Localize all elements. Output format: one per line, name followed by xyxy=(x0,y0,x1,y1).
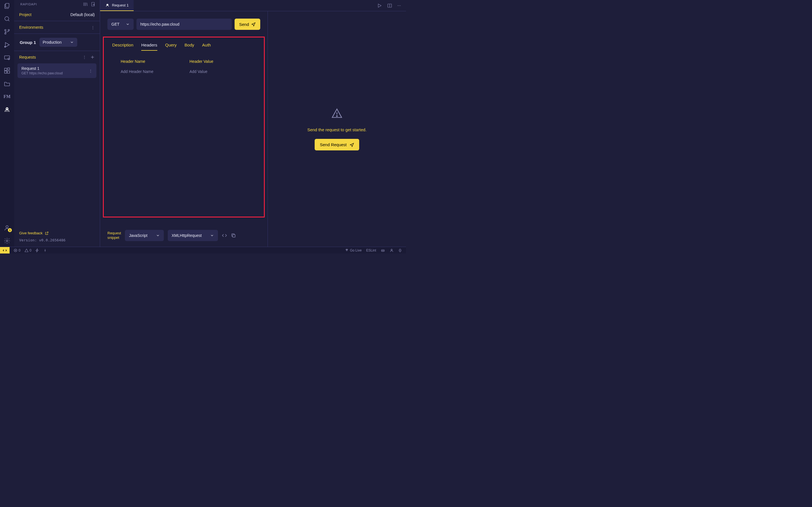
svg-point-15 xyxy=(6,108,7,109)
split-icon[interactable] xyxy=(387,3,392,8)
sidebar-title: RAPIDAPI xyxy=(20,3,37,6)
svg-point-38 xyxy=(383,250,384,251)
play-icon[interactable] xyxy=(377,3,382,8)
svg-point-7 xyxy=(4,46,6,47)
import-icon[interactable] xyxy=(91,2,96,7)
snippet-lib-select[interactable]: XMLHttpRequest xyxy=(168,230,218,241)
snippet-row: Request snippet JavaScript XMLHttpReques… xyxy=(100,224,267,247)
eslint-label[interactable]: ESLint xyxy=(366,248,376,252)
svg-rect-11 xyxy=(4,71,7,73)
code-icon[interactable] xyxy=(222,233,227,238)
remote-icon[interactable] xyxy=(3,54,11,61)
headers-table: Header Name Header Value Add Header Name… xyxy=(104,51,264,88)
tab-body[interactable]: Body xyxy=(185,43,194,51)
tab-auth[interactable]: Auth xyxy=(202,43,211,51)
activity-bar: FM 1 xyxy=(0,0,14,247)
svg-point-5 xyxy=(8,30,10,31)
library-icon[interactable] xyxy=(83,2,88,7)
account-badge: 1 xyxy=(8,228,12,232)
snippet-lang-select[interactable]: JavaScript xyxy=(125,230,163,241)
svg-point-1 xyxy=(5,17,9,20)
warnings-indicator[interactable]: 0 xyxy=(24,248,32,252)
octopus-icon xyxy=(105,3,110,8)
request-item[interactable]: Request 1 GET https://echo.paw.cloud ⋮ xyxy=(17,63,96,78)
sidebar-footer: Give feedback Version: v0.0.2656486 xyxy=(14,226,100,247)
svg-point-32 xyxy=(45,250,45,250)
tab-headers[interactable]: Headers xyxy=(141,43,157,51)
request-subtitle: GET https://echo.paw.cloud xyxy=(21,71,63,75)
svg-point-22 xyxy=(107,4,109,6)
project-label: Project xyxy=(19,12,32,17)
request-tabs: Description Headers Query Body Auth xyxy=(104,38,264,51)
bell-icon[interactable] xyxy=(398,248,402,252)
kebab-icon[interactable]: ⋮ xyxy=(89,69,93,73)
target-icon[interactable] xyxy=(43,248,47,252)
branch-icon[interactable] xyxy=(3,28,11,36)
project-section[interactable]: Project Default (local) xyxy=(14,8,100,21)
svg-point-39 xyxy=(391,249,393,250)
svg-marker-23 xyxy=(378,4,382,7)
editor-tab[interactable]: Request 1 xyxy=(100,0,134,11)
requests-label: Requests xyxy=(19,55,36,59)
files-icon[interactable] xyxy=(3,2,11,10)
account-icon[interactable]: 1 xyxy=(3,224,11,231)
svg-rect-12 xyxy=(7,71,10,73)
status-bar: 0 0 Go Live ESLint xyxy=(0,247,406,253)
kebab-icon[interactable]: ⋮ xyxy=(91,25,95,30)
svg-rect-36 xyxy=(382,249,385,251)
sidebar: RAPIDAPI Project Default (local) Environ… xyxy=(14,0,100,247)
copy-icon[interactable] xyxy=(231,233,236,238)
svg-point-37 xyxy=(382,250,383,251)
snippet-label: Request snippet xyxy=(107,231,121,240)
environment-selected: Production xyxy=(43,40,62,45)
environment-select[interactable]: Production xyxy=(40,38,78,47)
send-button[interactable]: Send xyxy=(235,18,260,30)
folder-icon[interactable] xyxy=(3,80,11,87)
give-feedback-link[interactable]: Give feedback xyxy=(19,231,95,235)
gear-icon[interactable] xyxy=(3,237,11,244)
url-input[interactable] xyxy=(137,18,232,30)
search-icon[interactable] xyxy=(3,15,11,22)
tab-description[interactable]: Description xyxy=(112,43,133,51)
response-message: Send the request to get started. xyxy=(307,127,366,132)
header-name-input[interactable]: Add Header Name xyxy=(121,69,178,74)
method-select[interactable]: GET xyxy=(107,18,134,30)
svg-rect-26 xyxy=(233,235,235,237)
environments-label: Environments xyxy=(19,25,43,30)
svg-rect-10 xyxy=(4,68,7,70)
group-name: Group 1 xyxy=(20,40,36,45)
chevron-down-icon xyxy=(70,40,74,44)
remote-indicator[interactable] xyxy=(0,247,10,254)
go-live[interactable]: Go Live xyxy=(345,248,361,252)
header-name-col: Header Name xyxy=(121,59,178,64)
bolt-icon[interactable] xyxy=(35,248,39,252)
tab-query[interactable]: Query xyxy=(165,43,177,51)
svg-line-2 xyxy=(8,20,9,21)
send-request-button[interactable]: Send Request xyxy=(315,139,359,151)
svg-rect-13 xyxy=(8,68,10,70)
version-text: Version: v0.0.2656486 xyxy=(19,238,95,242)
tab-title: Request 1 xyxy=(112,3,129,7)
svg-point-4 xyxy=(5,33,6,34)
sidebar-title-row: RAPIDAPI xyxy=(14,0,100,8)
extensions-icon[interactable] xyxy=(3,67,11,74)
svg-point-35 xyxy=(347,250,348,251)
svg-point-17 xyxy=(6,226,8,228)
svg-point-18 xyxy=(6,240,8,242)
environments-header: Environments ⋮ xyxy=(14,21,100,34)
svg-point-3 xyxy=(5,30,6,31)
rapidapi-icon[interactable] xyxy=(3,106,11,113)
svg-point-16 xyxy=(7,108,8,109)
plus-icon[interactable] xyxy=(90,55,95,59)
kebab-icon[interactable]: ⋮ xyxy=(83,55,86,59)
person-icon[interactable] xyxy=(390,248,394,252)
more-icon[interactable]: ⋯ xyxy=(397,3,401,8)
copilot-icon[interactable] xyxy=(380,248,385,252)
debug-icon[interactable] xyxy=(3,41,11,48)
project-value: Default (local) xyxy=(70,12,95,17)
fm-icon[interactable]: FM xyxy=(3,93,11,100)
svg-point-9 xyxy=(8,58,10,60)
errors-indicator[interactable]: 0 xyxy=(13,248,20,252)
header-value-input[interactable]: Add Value xyxy=(190,69,247,74)
svg-point-14 xyxy=(6,107,8,110)
